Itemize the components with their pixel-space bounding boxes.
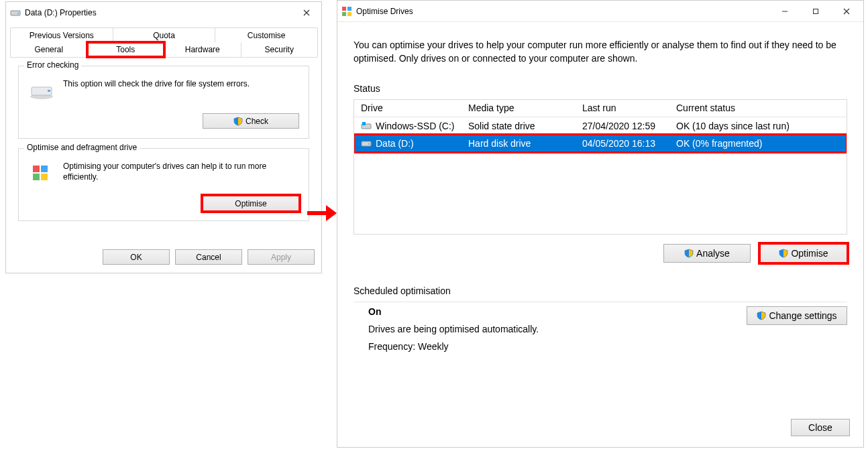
- svg-rect-16: [814, 9, 818, 13]
- svg-rect-1: [17, 13, 19, 14]
- drive-name: Windows-SSD (C:): [376, 121, 454, 131]
- tab-customise[interactable]: Customise: [215, 27, 318, 42]
- optimise-text: Optimising your computer's drives can he…: [63, 161, 299, 188]
- scheduled-line1: Drives are being optimised automatically…: [368, 324, 539, 334]
- optimise-button-label: Optimise: [235, 199, 266, 208]
- drive-row[interactable]: Windows-SSD (C:) Solid state drive 27/04…: [354, 117, 847, 135]
- drive-media: Solid state drive: [464, 121, 578, 131]
- check-button-label: Check: [246, 117, 268, 126]
- drive-last-run: 04/05/2020 16:13: [578, 138, 672, 149]
- tab-tools[interactable]: Tools: [87, 42, 165, 57]
- tab-general[interactable]: General: [10, 42, 88, 57]
- col-status[interactable]: Current status: [672, 103, 847, 113]
- drive-status: OK (10 days since last run): [672, 121, 847, 131]
- windows-drive-icon: [361, 121, 372, 131]
- group-optimise: Optimise and defragment drive Optimising…: [18, 148, 309, 221]
- group-error-checking: Error checking This option will check th…: [18, 66, 309, 139]
- tab-security[interactable]: Security: [241, 42, 319, 57]
- shield-icon: [779, 249, 788, 258]
- svg-rect-11: [342, 7, 346, 11]
- col-drive[interactable]: Drive: [357, 103, 464, 113]
- optimise-title: Optimise Drives: [356, 7, 769, 16]
- svg-rect-5: [33, 166, 40, 172]
- optimise-drives-button-label: Optimise: [791, 248, 828, 259]
- scheduled-on: On: [368, 306, 539, 317]
- svg-rect-6: [41, 166, 48, 172]
- properties-titlebar[interactable]: Data (D:) Properties: [6, 2, 321, 23]
- scheduled-line2: Frequency: Weekly: [368, 341, 539, 352]
- window-controls: [769, 2, 862, 21]
- data-drive-icon: [361, 138, 372, 149]
- change-settings-label: Change settings: [769, 310, 836, 321]
- svg-rect-20: [368, 143, 370, 145]
- scheduled-label: Scheduled optimisation: [354, 285, 847, 296]
- svg-rect-14: [347, 12, 351, 16]
- ok-button[interactable]: OK: [103, 249, 170, 265]
- status-label: Status: [354, 83, 847, 94]
- tab-quota[interactable]: Quota: [113, 27, 216, 42]
- drive-icon: [10, 7, 21, 18]
- svg-rect-18: [362, 122, 366, 125]
- optimise-description: You can optimise your drives to help you…: [354, 38, 847, 66]
- change-settings-button[interactable]: Change settings: [747, 306, 847, 325]
- scheduled-info: On Drives are being optimised automatica…: [354, 306, 539, 359]
- drive-name: Data (D:): [376, 138, 414, 149]
- arrow-icon: [306, 201, 337, 225]
- svg-rect-8: [41, 174, 48, 180]
- close-button[interactable]: [831, 2, 862, 21]
- properties-body: Error checking This option will check th…: [10, 57, 317, 243]
- apply-button: Apply: [248, 249, 315, 265]
- svg-rect-7: [33, 174, 40, 180]
- drive-row[interactable]: Data (D:) Hard disk drive 04/05/2020 16:…: [354, 135, 847, 152]
- check-button[interactable]: Check: [203, 113, 299, 129]
- properties-footer: OK Cancel Apply: [6, 243, 321, 273]
- analyse-button-label: Analyse: [696, 248, 730, 259]
- tabs: Previous Versions Quota Customise Genera…: [6, 23, 321, 57]
- properties-title: Data (D:) Properties: [25, 8, 293, 17]
- svg-rect-12: [347, 7, 351, 11]
- shield-icon: [684, 249, 694, 258]
- svg-marker-10: [326, 205, 337, 221]
- shield-icon: [757, 311, 766, 320]
- col-media[interactable]: Media type: [464, 103, 578, 113]
- drive-media: Hard disk drive: [464, 138, 578, 149]
- error-checking-legend: Error checking: [24, 60, 81, 70]
- error-checking-text: This option will check the drive for fil…: [63, 78, 250, 105]
- optimise-drives-window: Optimise Drives You can optimise your dr…: [337, 0, 864, 448]
- tab-previous-versions[interactable]: Previous Versions: [10, 27, 113, 42]
- properties-dialog: Data (D:) Properties Previous Versions Q…: [5, 1, 322, 273]
- svg-rect-13: [342, 12, 346, 16]
- shield-icon: [233, 117, 243, 126]
- defrag-app-icon: [341, 6, 352, 17]
- defrag-icon: [28, 161, 55, 188]
- col-last-run[interactable]: Last run: [578, 103, 672, 113]
- optimise-button[interactable]: Optimise: [203, 196, 299, 211]
- drive-status: OK (0% fragmented): [672, 138, 847, 149]
- svg-rect-4: [48, 90, 50, 92]
- drive-list-header: Drive Media type Last run Current status: [354, 100, 847, 117]
- drive-list[interactable]: Drive Media type Last run Current status…: [354, 99, 847, 235]
- optimise-titlebar[interactable]: Optimise Drives: [337, 1, 863, 22]
- minimize-button[interactable]: [769, 2, 800, 21]
- drive-status-icon: [28, 78, 55, 105]
- drive-last-run: 27/04/2020 12:59: [578, 121, 672, 131]
- cancel-button[interactable]: Cancel: [175, 249, 242, 265]
- optimise-legend: Optimise and defragment drive: [24, 143, 140, 152]
- maximize-button[interactable]: [800, 2, 831, 21]
- close-button[interactable]: [293, 4, 320, 21]
- optimise-drives-button[interactable]: Optimise: [760, 244, 847, 263]
- tab-hardware[interactable]: Hardware: [164, 42, 241, 57]
- analyse-button[interactable]: Analyse: [663, 244, 751, 263]
- close-window-button[interactable]: Close: [791, 419, 850, 436]
